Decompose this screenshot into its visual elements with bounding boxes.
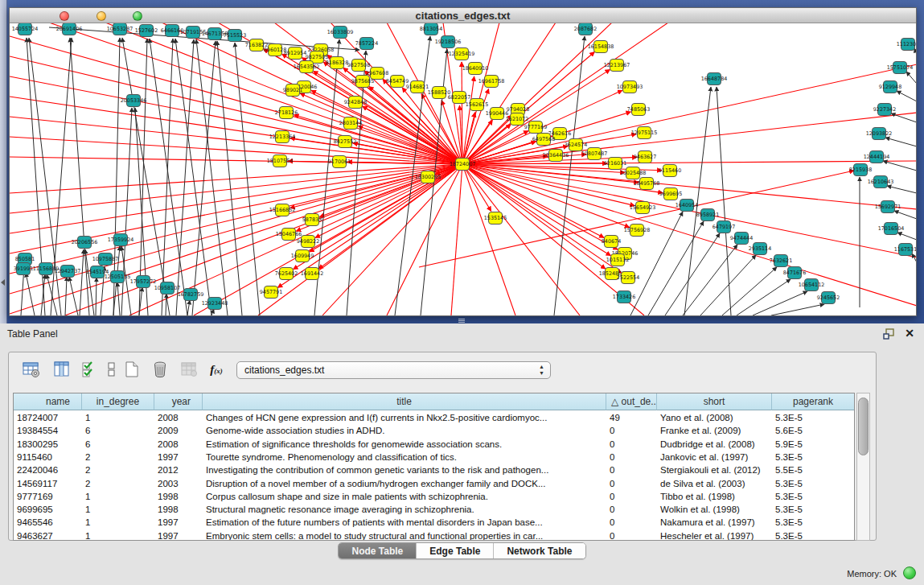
graph-node[interactable]: 15751074	[887, 62, 914, 74]
graph-node[interactable]: 840674	[602, 236, 621, 248]
table-cell[interactable]: 0	[606, 451, 657, 464]
tab-node-table[interactable]: Node Table	[339, 543, 416, 558]
table-cell[interactable]: 9465546	[14, 516, 82, 529]
close-panel-icon[interactable]: ✕	[905, 327, 914, 340]
table-cell[interactable]: 5.3E-5	[772, 451, 855, 464]
table-cell[interactable]: 1	[82, 529, 154, 541]
table-cell[interactable]: 2	[82, 477, 154, 491]
graph-node[interactable]: 8958921	[696, 209, 719, 221]
graph-node[interactable]: 12213967	[604, 60, 630, 72]
graph-node[interactable]: 20053346	[121, 95, 147, 107]
table-cell[interactable]: 2008	[154, 438, 203, 451]
graph-node[interactable]: 7632621	[770, 255, 792, 267]
table-cell[interactable]: Franke et al. (2009)	[657, 424, 772, 438]
graph-node[interactable]: 9457791	[260, 286, 282, 299]
table-cell[interactable]: 0	[606, 424, 657, 438]
table-cell[interactable]: 5.3E-5	[772, 516, 855, 529]
table-cell[interactable]: 2012	[154, 463, 203, 477]
select-all-columns-button[interactable]	[78, 358, 101, 381]
table-cell[interactable]: 2003	[154, 477, 203, 491]
table-cell[interactable]: 9777169	[14, 490, 82, 504]
graph-node[interactable]: 8215938	[849, 164, 872, 176]
float-panel-icon[interactable]	[883, 328, 895, 340]
table-cell[interactable]: 0	[606, 463, 657, 477]
graph-node[interactable]: 14055724	[12, 23, 39, 35]
table-cell[interactable]: 5.3E-5	[772, 503, 855, 517]
graph-node[interactable]: 16033809	[327, 27, 354, 39]
table-cell[interactable]: 19384554	[14, 424, 82, 438]
graph-node[interactable]: 8813054	[420, 23, 442, 35]
graph-node[interactable]: 7857224	[355, 38, 378, 50]
column-header-name[interactable]: name	[14, 393, 82, 410]
graph-node[interactable]: 9699695	[659, 188, 682, 200]
panel-expand-arrow-icon[interactable]	[1, 279, 5, 286]
graph-node[interactable]: 12093822	[866, 128, 893, 140]
graph-node[interactable]: 587833	[302, 214, 322, 226]
collapsed-side-panel[interactable]	[0, 0, 7, 323]
graph-node[interactable]: 1733426	[613, 291, 635, 303]
graph-node[interactable]: 391991	[14, 263, 33, 275]
table-cell[interactable]: 1	[82, 516, 154, 529]
table-cell[interactable]: Estimation of the future numbers of pati…	[203, 516, 606, 529]
graph-node[interactable]: 9245652	[817, 292, 840, 304]
table-cell[interactable]: 9699695	[14, 503, 82, 517]
node-table[interactable]: namein_degreeyeartitle△ out_de...shortpa…	[13, 393, 855, 541]
graph-node[interactable]: 16210643	[868, 176, 894, 188]
graph-node[interactable]: 9129948	[879, 81, 901, 93]
table-cell[interactable]: 1997	[154, 451, 203, 464]
table-cell[interactable]: 1	[82, 411, 154, 425]
graph-node[interactable]: 12923448	[202, 298, 228, 310]
function-builder-button[interactable]: f(x)	[205, 358, 228, 381]
graph-node[interactable]: 20364436	[543, 150, 569, 162]
graph-node[interactable]: 6216031	[604, 158, 626, 170]
graph-node[interactable]: 989021	[283, 84, 302, 97]
graph-node[interactable]: 10958107	[154, 282, 181, 295]
graph-node[interactable]: 19218506	[435, 36, 462, 48]
network-window-titlebar[interactable]: citations_edges.txt	[10, 8, 916, 23]
table-cell[interactable]: 6	[82, 438, 154, 451]
table-cell[interactable]: Corpus callosum shape and size in male p…	[203, 490, 606, 504]
table-vertical-scrollbar[interactable]	[856, 393, 870, 541]
table-cell[interactable]: Nakamura et al. (1997)	[657, 516, 772, 529]
column-header-in-degree[interactable]: in_degree	[82, 393, 154, 410]
splitter-grip[interactable]	[458, 318, 466, 323]
graph-node[interactable]: 9115460	[659, 165, 681, 177]
column-header-out-de-[interactable]: △ out_de...	[606, 393, 657, 410]
table-cell[interactable]: 5.3E-5	[772, 529, 855, 541]
table-cell[interactable]: 1997	[154, 516, 203, 529]
table-cell[interactable]: 1998	[154, 503, 203, 517]
scrollbar-thumb[interactable]	[858, 398, 869, 455]
table-selector-dropdown[interactable]: citations_edges.txt ▲▼	[236, 361, 551, 379]
graph-node[interactable]: 17359924	[108, 234, 134, 246]
graph-node[interactable]: 2935114	[749, 243, 771, 255]
graph-node[interactable]: 9474444	[730, 233, 753, 245]
table-cell[interactable]: 0	[606, 516, 657, 529]
table-cell[interactable]: 1	[82, 503, 154, 517]
table-cell[interactable]: Tourette syndrome. Phenomenology and cla…	[203, 451, 606, 464]
table-cell[interactable]: Investigating the contribution of common…	[203, 463, 606, 477]
graph-node[interactable]: 9146821	[406, 81, 429, 93]
table-cell[interactable]: Disruption of a novel member of a sodium…	[203, 477, 606, 491]
graph-node[interactable]: 1621072	[506, 113, 528, 126]
table-cell[interactable]: 2	[82, 463, 154, 477]
graph-node[interactable]: 20691406	[56, 23, 83, 35]
table-cell[interactable]: de Silva et al. (2003)	[657, 477, 772, 491]
table-cell[interactable]: Jankovic et al. (1997)	[657, 451, 772, 464]
table-cell[interactable]: 0	[606, 529, 657, 541]
table-cell[interactable]: Dudbridge et al. (2008)	[657, 438, 772, 451]
table-cell[interactable]: Changes of HCN gene expression and I(f) …	[203, 411, 606, 425]
graph-node[interactable]: 12213364	[269, 131, 296, 143]
table-cell[interactable]: 5.9E-5	[772, 438, 855, 451]
table-cell[interactable]: 5.3E-5	[772, 477, 855, 491]
table-cell[interactable]: 5.5E-5	[772, 463, 855, 477]
graph-node[interactable]: 10807487	[581, 148, 608, 160]
table-cell[interactable]: 1	[82, 490, 154, 504]
table-cell[interactable]: Embryonic stem cells: a model to study s…	[203, 529, 606, 541]
table-cell[interactable]: 9115460	[14, 451, 82, 464]
network-view-window[interactable]: citations_edges.txt 14055724206914061065…	[9, 7, 917, 316]
graph-node[interactable]: 18107554	[267, 155, 294, 167]
column-header-title[interactable]: title	[203, 393, 606, 410]
graph-node[interactable]: 9463627	[634, 151, 656, 163]
graph-node[interactable]: 17016504	[878, 223, 905, 235]
table-cell[interactable]: 1998	[154, 490, 203, 504]
